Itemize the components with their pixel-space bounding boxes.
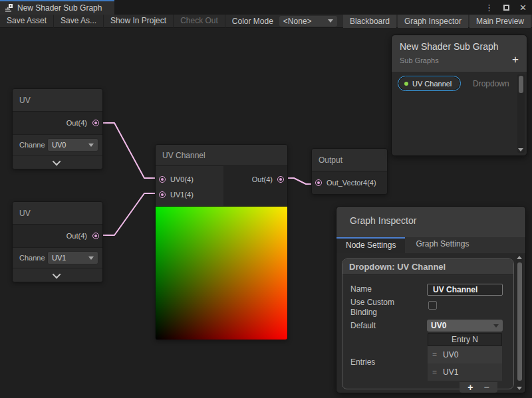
blackboard-header[interactable]: New Shader Sub Graph Sub Graphs + [392, 35, 527, 72]
name-input[interactable]: UV Channel [427, 284, 503, 296]
blackboard-panel: New Shader Sub Graph Sub Graphs + UV Cha… [391, 35, 527, 156]
node-uv-channel[interactable]: UV Channel UV0(4) UV1(4) Out(4) [155, 144, 288, 340]
tab-new-shader-sub-graph[interactable]: New Shader Sub Graph [0, 0, 114, 15]
shader-graph-icon [5, 3, 13, 13]
input-port-out-vector4[interactable] [315, 179, 322, 186]
input-port-uv1[interactable] [159, 191, 166, 198]
scrollbar-thumb[interactable] [519, 76, 523, 93]
scroll-down-icon[interactable] [517, 387, 522, 390]
port-label-out: Out(4) [252, 175, 273, 183]
collapse-preview-button[interactable] [13, 268, 102, 282]
entries-label: Entries [350, 357, 375, 367]
use-custom-binding-label: Use Custom Binding [350, 298, 420, 318]
tab-graph-settings[interactable]: Graph Settings [405, 237, 479, 253]
collapse-chevron-icon [53, 157, 61, 165]
entries-header: Entry N [428, 333, 502, 346]
entries-list: Entry N = UV0 = UV1 [428, 333, 502, 381]
remove-entry-button[interactable]: − [484, 383, 489, 392]
node-header[interactable]: UV [13, 89, 102, 112]
property-name: UV Channel [412, 80, 452, 88]
collapse-chevron-icon [53, 270, 61, 278]
save-as-button[interactable]: Save As... [54, 15, 104, 28]
window-controls: ⋮ ✕ [485, 0, 527, 15]
drag-handle-icon[interactable]: = [432, 367, 437, 377]
tab-node-settings[interactable]: Node Settings [336, 237, 405, 253]
entry-row-uv0[interactable]: = UV0 [428, 346, 502, 363]
add-entry-button[interactable]: + [467, 383, 473, 392]
input-port-uv0[interactable] [159, 176, 166, 183]
toolbar: Save Asset Save As... Show In Project Ch… [0, 15, 532, 28]
output-port[interactable] [92, 233, 99, 239]
chevron-down-icon [88, 144, 94, 147]
edge-uv0[interactable] [96, 123, 162, 178]
inspector-header[interactable]: Graph Inspector [336, 207, 525, 237]
shader-graph-window: New Shader Sub Graph ⋮ ✕ Save Asset Save… [0, 0, 532, 398]
uv-gradient-preview [156, 206, 287, 340]
chevron-down-icon [328, 19, 333, 23]
kebab-menu-icon[interactable]: ⋮ [485, 3, 493, 13]
node-output[interactable]: Output Out_Vector4(4) [311, 148, 388, 195]
blackboard-title: New Shader Sub Graph [392, 35, 527, 52]
maximize-icon[interactable] [503, 3, 509, 13]
scroll-up-icon[interactable] [517, 256, 522, 259]
show-in-project-button[interactable]: Show In Project [104, 15, 174, 28]
graph-inspector-panel: Graph Inspector Node Settings Graph Sett… [336, 206, 526, 393]
node-uv-bottom[interactable]: UV Out(4) Channe UV1 [12, 201, 103, 282]
name-label: Name [350, 284, 372, 294]
graph-inspector-toggle-button[interactable]: Graph Inspector [398, 15, 468, 28]
port-label-uv1: UV1(4) [170, 191, 194, 199]
port-label-out: Out(4) [66, 112, 87, 134]
graph-canvas[interactable]: UV Out(4) Channe UV0 UV Out(4) [0, 28, 532, 398]
scroll-down-icon[interactable] [518, 148, 523, 151]
node-header[interactable]: UV [13, 202, 102, 225]
color-mode-value: <None> [283, 17, 328, 26]
dropdown-settings-section: Dropdown: UV Channel Name UV Channel Use… [342, 258, 514, 389]
channel-label: Channe [19, 254, 47, 262]
node-header[interactable]: Output [312, 149, 387, 171]
titlebar: New Shader Sub Graph ⋮ ✕ [0, 0, 532, 15]
channel-label: Channe [19, 141, 47, 149]
blackboard-scrollbar[interactable] [517, 74, 525, 153]
inspector-scrollbar[interactable] [516, 254, 523, 391]
use-custom-binding-checkbox[interactable] [428, 301, 437, 310]
port-label-out: Out(4) [66, 225, 87, 247]
port-label-out-vector4: Out_Vector4(4) [327, 179, 376, 187]
drag-handle-icon[interactable]: = [432, 350, 437, 359]
close-icon[interactable]: ✕ [519, 3, 527, 13]
node-uv-top[interactable]: UV Out(4) Channe UV0 [12, 88, 103, 169]
inspector-tabs: Node Settings Graph Settings [336, 237, 525, 253]
edge-uv1[interactable] [96, 193, 162, 235]
default-label: Default [350, 321, 376, 330]
property-pill-uv-channel[interactable]: UV Channel [398, 76, 461, 91]
section-title: Dropdown: UV Channel [342, 259, 513, 275]
blackboard-toggle-button[interactable]: Blackboard [343, 15, 396, 28]
entries-footer: + − [460, 382, 497, 393]
inspector-title: Graph Inspector [336, 207, 525, 226]
main-preview-toggle-button[interactable]: Main Preview [469, 15, 531, 28]
output-port[interactable] [92, 120, 99, 126]
property-type-label: Dropdown [473, 79, 509, 88]
color-mode-dropdown[interactable]: <None> [279, 16, 337, 27]
default-dropdown[interactable]: UV0 [427, 320, 503, 332]
tab-title: New Shader Sub Graph [17, 3, 102, 13]
port-label-uv0: UV0(4) [170, 175, 194, 183]
channel-dropdown[interactable]: UV0 [47, 138, 98, 151]
chevron-down-icon [88, 256, 94, 260]
check-out-button: Check Out [174, 15, 225, 28]
color-mode-label: Color Mode [225, 17, 279, 26]
output-port[interactable] [277, 176, 284, 183]
channel-dropdown[interactable]: UV1 [47, 251, 98, 264]
save-asset-button[interactable]: Save Asset [0, 15, 54, 28]
add-property-button[interactable]: + [512, 54, 519, 65]
exposed-dot-icon [404, 82, 408, 86]
blackboard-subtitle: Sub Graphs [392, 52, 527, 64]
node-header[interactable]: UV Channel [156, 145, 287, 166]
chevron-down-icon [493, 324, 499, 328]
collapse-preview-button[interactable] [13, 155, 102, 169]
scrollbar-thumb[interactable] [517, 262, 522, 381]
entry-row-uv1[interactable]: = UV1 [428, 363, 502, 381]
